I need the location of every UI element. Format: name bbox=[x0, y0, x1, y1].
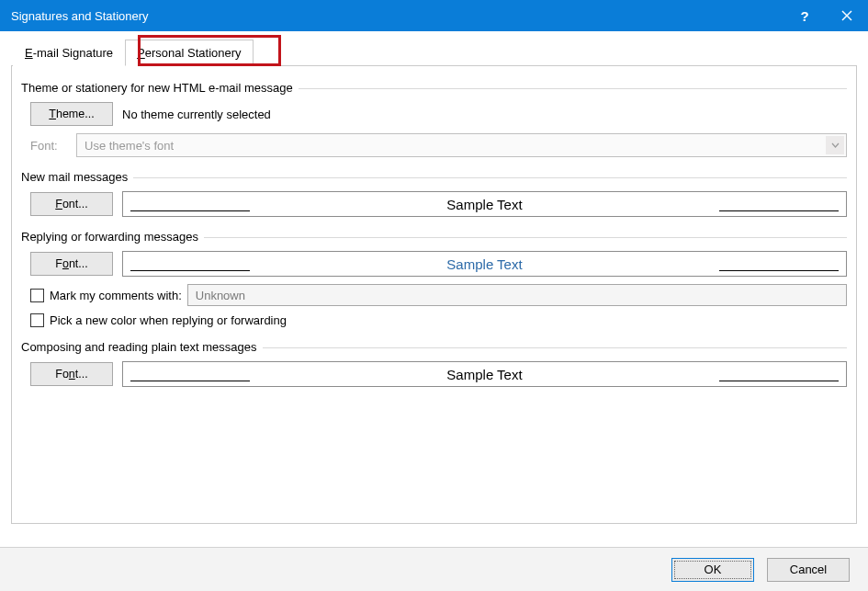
tab-email-signature[interactable]: E-mail Signature bbox=[13, 40, 125, 66]
plain-sample: Sample Text bbox=[122, 361, 847, 387]
mark-comments-input: Unknown bbox=[187, 284, 847, 306]
theme-font-combo-value: Use theme's font bbox=[85, 139, 174, 153]
theme-status-text: No theme currently selected bbox=[122, 108, 271, 121]
help-button[interactable]: ? bbox=[783, 0, 826, 31]
new-mail-sample-text: Sample Text bbox=[123, 197, 846, 212]
cancel-button[interactable]: Cancel bbox=[767, 558, 850, 582]
new-mail-sample: Sample Text bbox=[122, 191, 847, 217]
dialog-footer: OK Cancel bbox=[0, 547, 868, 591]
title-bar: Signatures and Stationery ? bbox=[0, 0, 868, 31]
close-icon bbox=[841, 10, 852, 21]
dialog-client-area: E-mail Signature Personal Stationery The… bbox=[0, 31, 868, 591]
chevron-down-icon bbox=[826, 136, 844, 154]
reply-sample-text: Sample Text bbox=[123, 256, 846, 272]
titlebar-controls: ? bbox=[783, 0, 868, 31]
plain-sample-text: Sample Text bbox=[123, 367, 846, 382]
new-mail-font-button[interactable]: Font... bbox=[30, 192, 113, 216]
plain-font-button[interactable]: Font... bbox=[30, 362, 113, 386]
theme-font-combo: Use theme's font bbox=[76, 133, 847, 157]
pick-color-label: Pick a new color when replying or forwar… bbox=[50, 313, 287, 327]
font-label: Font: bbox=[30, 139, 67, 153]
section-header-new-mail: New mail messages bbox=[21, 170, 847, 184]
pick-color-checkbox[interactable] bbox=[30, 313, 44, 327]
mark-comments-checkbox[interactable] bbox=[30, 289, 44, 302]
section-header-theme: Theme or stationery for new HTML e-mail … bbox=[21, 81, 847, 95]
section-header-reply: Replying or forwarding messages bbox=[21, 230, 847, 244]
tab-strip: E-mail Signature Personal Stationery bbox=[11, 39, 857, 66]
reply-font-button[interactable]: Font... bbox=[30, 252, 113, 276]
window-title: Signatures and Stationery bbox=[11, 9, 149, 23]
section-header-plain: Composing and reading plain text message… bbox=[21, 340, 847, 354]
tab-personal-stationery[interactable]: Personal Stationery bbox=[125, 40, 253, 66]
reply-sample: Sample Text bbox=[122, 251, 847, 277]
stationery-panel: Theme or stationery for new HTML e-mail … bbox=[11, 66, 857, 524]
close-button[interactable] bbox=[826, 0, 868, 31]
theme-button[interactable]: Theme... bbox=[30, 102, 113, 126]
mark-comments-label: Mark my comments with: bbox=[50, 289, 182, 302]
ok-button[interactable]: OK bbox=[671, 558, 754, 582]
